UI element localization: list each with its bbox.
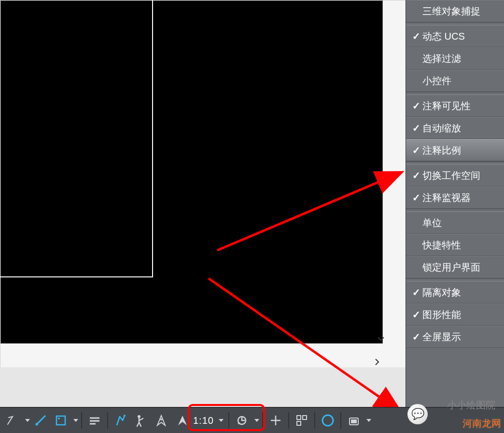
status-bar: 1:10	[0, 407, 504, 433]
annotation-scale-icon[interactable]	[174, 410, 191, 431]
menu-item[interactable]: ✓切换工作空间	[406, 164, 504, 187]
menu-item-label: 快捷特性	[422, 239, 461, 252]
menu-item[interactable]: 快捷特性	[406, 234, 504, 256]
menu-item[interactable]: ✓注释比例	[406, 139, 504, 161]
workspace-switch-button[interactable]	[232, 410, 252, 431]
chevron-down-icon[interactable]	[254, 419, 259, 422]
menu-item-label: 选择过滤	[422, 52, 461, 65]
drawing-viewport	[0, 0, 406, 367]
checkmark-icon: ✓	[410, 30, 422, 42]
ortho-button[interactable]	[131, 410, 151, 431]
svg-point-17	[322, 415, 333, 426]
menu-item-label: 全屏显示	[422, 331, 461, 344]
grid-toggle-button[interactable]	[31, 410, 50, 431]
menu-item-label: 切换工作空间	[422, 169, 480, 182]
model-space-button[interactable]	[3, 410, 22, 431]
checkmark-icon: ✓	[410, 144, 422, 156]
chevron-down-icon[interactable]	[219, 419, 224, 422]
statusbar-separator	[314, 412, 315, 429]
source-logo-icon: 💬	[407, 404, 428, 424]
svg-rect-19	[351, 419, 357, 423]
menu-item-label: 注释监视器	[422, 191, 471, 204]
svg-point-7	[124, 415, 126, 417]
menu-item[interactable]: ✓自动缩放	[406, 117, 504, 139]
checkmark-icon: ✓	[410, 122, 422, 134]
chevron-down-icon[interactable]	[25, 419, 30, 422]
svg-point-3	[58, 418, 60, 419]
menu-item-label: 注释可见性	[422, 100, 471, 113]
menu-item[interactable]: 小控件	[406, 70, 504, 92]
menu-item[interactable]: ✓注释可见性	[406, 95, 504, 117]
menu-item-label: 锁定用户界面	[422, 261, 480, 274]
statusbar-separator	[81, 412, 82, 429]
polar-tracking-button[interactable]	[152, 410, 171, 431]
menu-item[interactable]: ✓动态 UCS	[406, 25, 504, 47]
menu-item[interactable]: ✓图形性能	[406, 303, 504, 326]
annotation-scale-value[interactable]: 1:10	[193, 415, 214, 426]
menu-item[interactable]: ✓注释监视器	[406, 187, 504, 209]
menu-item-label: 小控件	[422, 74, 451, 87]
infer-constraints-button[interactable]	[85, 410, 104, 431]
menu-item-label: 三维对象捕捉	[422, 5, 480, 18]
checkmark-icon: ✓	[410, 331, 422, 343]
viewport-bottom-gap	[0, 367, 406, 407]
menu-item[interactable]: ✓全屏显示	[406, 326, 504, 348]
chevron-down-icon[interactable]	[366, 419, 371, 422]
menu-item-label: 单位	[422, 216, 442, 230]
lock-ui-button[interactable]	[344, 410, 364, 431]
menu-item-label: 图形性能	[422, 308, 461, 321]
menu-item-label: 隔离对象	[422, 286, 461, 299]
units-button[interactable]	[292, 410, 311, 431]
menu-item[interactable]: 单位	[406, 212, 504, 234]
drawing-rectangle	[0, 0, 153, 277]
menu-item[interactable]: ✓隔离对象	[406, 281, 504, 303]
statusbar-separator	[107, 412, 108, 429]
scroll-down-arrow-icon[interactable]	[375, 333, 382, 340]
svg-point-9	[160, 419, 162, 420]
svg-rect-14	[297, 416, 301, 419]
source-text: 小小绘图院	[447, 399, 495, 412]
svg-rect-16	[297, 421, 301, 425]
checkmark-icon: ✓	[410, 192, 422, 203]
checkmark-icon: ✓	[410, 100, 422, 112]
menu-item-label: 自动缩放	[422, 122, 461, 135]
statusbar-separator	[340, 412, 341, 429]
checkmark-icon: ✓	[410, 287, 422, 298]
scroll-right-arrow-icon[interactable]	[371, 356, 379, 364]
svg-point-11	[238, 422, 240, 424]
dynamic-input-button[interactable]	[111, 410, 130, 431]
model-canvas[interactable]	[0, 0, 383, 344]
menu-item[interactable]: 选择过滤	[406, 47, 504, 70]
menu-item[interactable]: 三维对象捕捉	[406, 0, 504, 22]
statusbar-separator	[288, 412, 289, 429]
checkmark-icon: ✓	[410, 309, 422, 320]
statusbar-separator	[228, 412, 229, 429]
menu-item-label: 注释比例	[422, 144, 461, 157]
statusbar-context-menu: 三维对象捕捉✓动态 UCS选择过滤小控件✓注释可见性✓自动缩放✓注释比例✓切换工…	[406, 0, 504, 433]
menu-item[interactable]: 锁定用户界面	[406, 256, 504, 278]
svg-rect-2	[56, 416, 65, 425]
quick-properties-button[interactable]	[318, 410, 337, 431]
annotation-scale-group: 1:10	[172, 410, 225, 431]
checkmark-icon: ✓	[410, 170, 422, 181]
menu-item-label: 动态 UCS	[422, 30, 465, 43]
statusbar-separator	[262, 412, 263, 429]
svg-rect-15	[303, 416, 307, 419]
snap-toggle-button[interactable]	[51, 410, 70, 431]
annotation-monitor-button[interactable]	[266, 410, 285, 431]
chevron-down-icon[interactable]	[73, 419, 78, 422]
